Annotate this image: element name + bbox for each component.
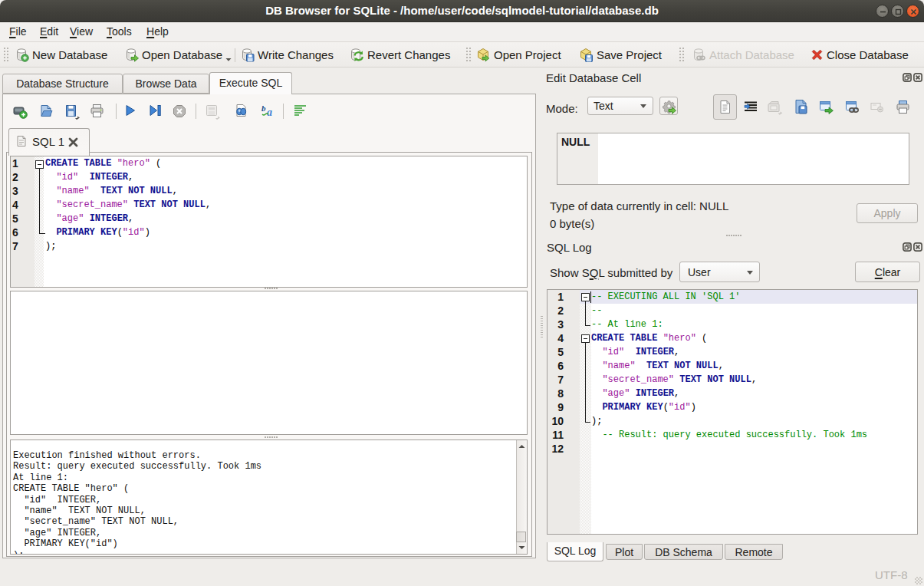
svg-text:a: a (267, 107, 272, 118)
svg-text:b: b (261, 104, 266, 113)
